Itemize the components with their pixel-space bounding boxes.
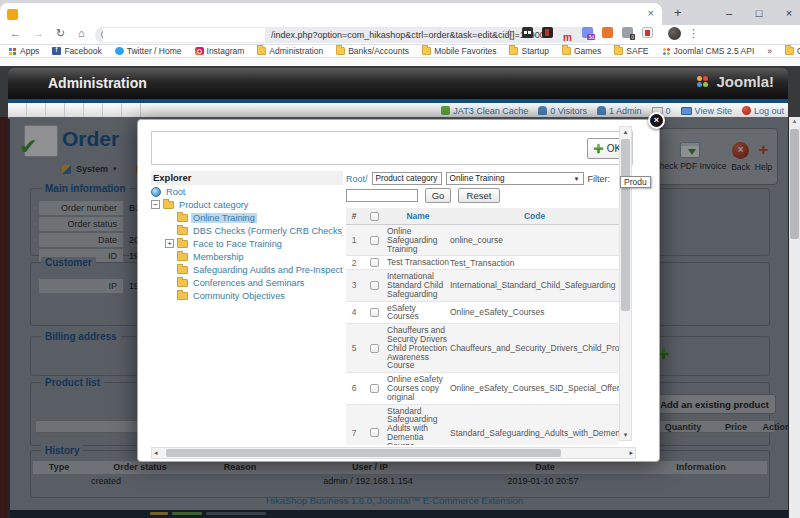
new-tab-button[interactable]: + — [674, 5, 682, 20]
extension-icons: m3d0 — [522, 27, 653, 38]
tree-item[interactable]: Face to Face Training — [165, 237, 343, 250]
go-button[interactable]: Go — [425, 188, 451, 203]
tree-item[interactable]: Product category — [151, 198, 343, 211]
eSafety Courses[interactable]: 4 eSafety Courses Online_eSafety_Courses — [346, 302, 619, 325]
Standard Safeguarding Adults with Dementia Course *SPECIAL[interactable]: 7 Standard Safeguarding Adults with Deme… — [346, 405, 619, 445]
tree-toggle-icon[interactable] — [165, 239, 174, 248]
row-checkbox[interactable] — [370, 384, 379, 393]
forward-icon[interactable]: → — [33, 27, 44, 39]
extension-icon[interactable] — [542, 27, 553, 38]
select-all-checkbox[interactable] — [370, 212, 379, 221]
tab-close-icon[interactable]: × — [648, 7, 654, 19]
tree-toggle-icon[interactable] — [151, 200, 160, 209]
close-icon[interactable]: × — [648, 112, 665, 129]
Test Transaction[interactable]: 2 Test Transaction Test_Transaction — [346, 256, 619, 270]
subcategory-select[interactable]: Online Training ▼ — [446, 172, 584, 185]
category-explorer: Explorer Root Product category Online Tr… — [151, 171, 343, 443]
scroll-right-icon[interactable]: ▸ — [629, 449, 633, 457]
International Standard Child Safeguarding[interactable]: 3 International Standard Child Safeguard… — [346, 270, 619, 301]
modal-vertical-scrollbar[interactable]: ▴ ▾ — [619, 126, 632, 441]
tree-item[interactable]: Safeguarding Audits and Pre-Inspection S… — [165, 263, 343, 276]
row-checkbox[interactable] — [370, 236, 379, 245]
Online eSafety Courses copy original[interactable]: 6 Online eSafety Courses copy original O… — [346, 373, 619, 404]
filter-label: Filter: — [588, 174, 611, 184]
tree-item[interactable]: Conferences and Seminars — [165, 276, 343, 289]
scroll-left-icon[interactable]: ◂ — [154, 449, 158, 457]
bookmark-icon — [562, 47, 571, 55]
address-bar[interactable]: /index.php?option=com_hikashop&ctrl=orde… — [95, 27, 595, 43]
row-checkbox[interactable] — [370, 308, 379, 317]
status-bar: JAT3 Clean Cache 0 Visitors 1 Admin 0 Vi… — [441, 106, 784, 116]
avatar[interactable] — [668, 27, 681, 40]
tree-item-root[interactable]: Root — [151, 185, 343, 198]
extension-icon[interactable] — [642, 27, 653, 38]
row-checkbox[interactable] — [370, 258, 379, 267]
url-text: /index.php?option=com_hikashop&ctrl=orde… — [271, 30, 545, 40]
bookmark-item[interactable]: SAFE — [614, 46, 648, 56]
status-item[interactable]: View Site — [681, 106, 732, 116]
status-item[interactable]: 0 Visitors — [538, 106, 587, 116]
scroll-down-icon[interactable]: ▾ — [620, 431, 631, 439]
browser-tab-strip: × + – □ × — [0, 0, 800, 25]
browser-menu-icon[interactable]: ⋮ — [688, 27, 699, 40]
window-maximize-button[interactable]: □ — [752, 7, 766, 19]
filter-input[interactable] — [346, 189, 418, 202]
product-table: # Name Code 1 Online Safeguarding Traini… — [346, 208, 619, 445]
extension-icon[interactable] — [522, 27, 533, 38]
status-item[interactable]: JAT3 Clean Cache — [441, 106, 528, 116]
window-close-button[interactable]: × — [782, 7, 796, 19]
extension-icon[interactable]: 0 — [622, 27, 633, 38]
folder-icon — [177, 240, 188, 248]
extension-icon[interactable] — [602, 27, 613, 38]
page-top-gap — [0, 58, 800, 66]
extension-icon[interactable]: 3d — [582, 27, 593, 38]
back-icon[interactable]: ← — [10, 27, 21, 39]
Chauffeurs and Security Drivers Child Protection Awareness Course[interactable]: 5 Chauffeurs and Security Drivers Child … — [346, 324, 619, 373]
scrollbar-thumb[interactable] — [790, 129, 799, 239]
bookmark-star-icon[interactable]: ☆ — [505, 27, 514, 38]
bookmark-item[interactable]: Games — [562, 46, 601, 56]
tree-item[interactable]: Online Training — [165, 211, 343, 224]
status-item[interactable]: Log out — [742, 106, 784, 116]
bookmark-item[interactable]: Mobile Favorites — [422, 46, 496, 56]
admin-window: Administration Joomla! JAT3 Clean Cache … — [0, 58, 800, 518]
scrollbar-thumb[interactable] — [621, 139, 630, 311]
row-checkbox[interactable] — [370, 428, 379, 437]
bookmark-item[interactable]: Instagram — [195, 46, 245, 56]
row-checkbox[interactable] — [370, 281, 379, 290]
status-icon — [681, 107, 692, 115]
status-item[interactable]: 1 Admin — [597, 106, 642, 116]
tree-item[interactable]: Membership — [165, 250, 343, 263]
scroll-up-icon[interactable]: ▴ — [789, 117, 800, 125]
bookmark-item[interactable]: » — [767, 46, 772, 56]
bookmark-item[interactable]: Apps — [8, 46, 39, 56]
folder-icon — [177, 214, 188, 222]
bookmark-item[interactable]: Banks/Accounts — [336, 46, 409, 56]
scrollbar-thumb[interactable] — [166, 449, 561, 457]
extension-icon[interactable]: m — [562, 27, 573, 38]
home-icon[interactable]: ⌂ — [78, 27, 85, 39]
active-tab[interactable]: × — [0, 3, 662, 25]
row-checkbox[interactable] — [370, 344, 379, 353]
bookmark-item[interactable]: Administration — [257, 46, 323, 56]
bookmark-item[interactable]: Twitter / Home — [115, 46, 182, 56]
bookmark-item[interactable]: Facebook — [52, 46, 101, 56]
reset-button[interactable]: Reset — [458, 188, 500, 203]
modal-horizontal-scrollbar[interactable]: ◂ ▸ — [151, 447, 636, 459]
folder-icon — [177, 227, 188, 235]
bookmark-item[interactable]: Other bookmarks — [785, 46, 800, 56]
tree-item[interactable]: DBS Checks (Formerly CRB Checks) — [165, 224, 343, 237]
window-minimize-button[interactable]: – — [722, 7, 736, 19]
browser-scrollbar[interactable]: ▴ — [789, 117, 800, 518]
bookmark-item[interactable]: Joomla! CMS 2.5 API — [662, 46, 755, 56]
bookmark-icon — [8, 47, 17, 55]
chevron-down-icon: ▼ — [574, 176, 580, 182]
scroll-up-icon[interactable]: ▴ — [620, 128, 631, 136]
reload-icon[interactable]: ↻ — [56, 27, 65, 40]
bookmark-item[interactable]: Startup — [509, 46, 548, 56]
joomla-logo-icon — [696, 75, 710, 89]
tree-item[interactable]: Community Objectives — [165, 289, 343, 302]
Online Safeguarding Training[interactable]: 1 Online Safeguarding Training online_co… — [346, 225, 619, 256]
bookmark-icon — [662, 47, 671, 55]
category-select[interactable]: Product category ▼ — [372, 172, 442, 185]
